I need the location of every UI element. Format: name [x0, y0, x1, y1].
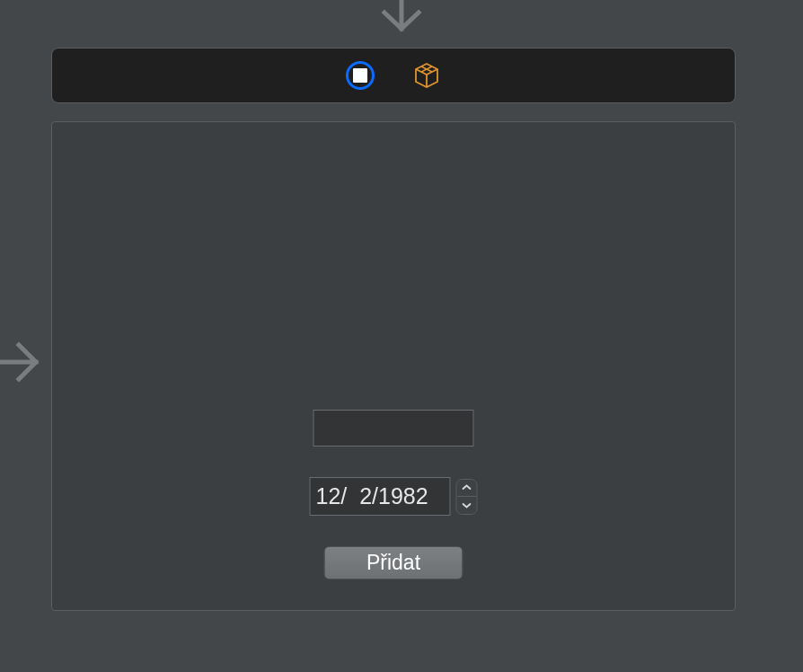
chevron-up-icon: [463, 484, 472, 491]
stop-tool-button[interactable]: [346, 61, 375, 90]
box-3d-icon: [413, 62, 440, 89]
add-button[interactable]: Přidat: [324, 546, 463, 579]
stepper-up-button[interactable]: [457, 480, 477, 498]
stepper-down-button[interactable]: [457, 497, 477, 514]
arrow-right-icon: [0, 332, 52, 395]
date-picker-row: 12/ 2/1982: [310, 477, 478, 516]
box-tool-button[interactable]: [412, 61, 441, 90]
chevron-down-icon: [463, 502, 472, 508]
toolbar: [51, 48, 736, 103]
text-input[interactable]: [313, 410, 474, 447]
date-stepper: [456, 479, 478, 515]
form-panel: 12/ 2/1982 Přidat: [51, 121, 736, 611]
arrow-down-icon: [372, 0, 431, 45]
date-input[interactable]: 12/ 2/1982: [310, 477, 451, 516]
stop-icon: [346, 61, 375, 90]
